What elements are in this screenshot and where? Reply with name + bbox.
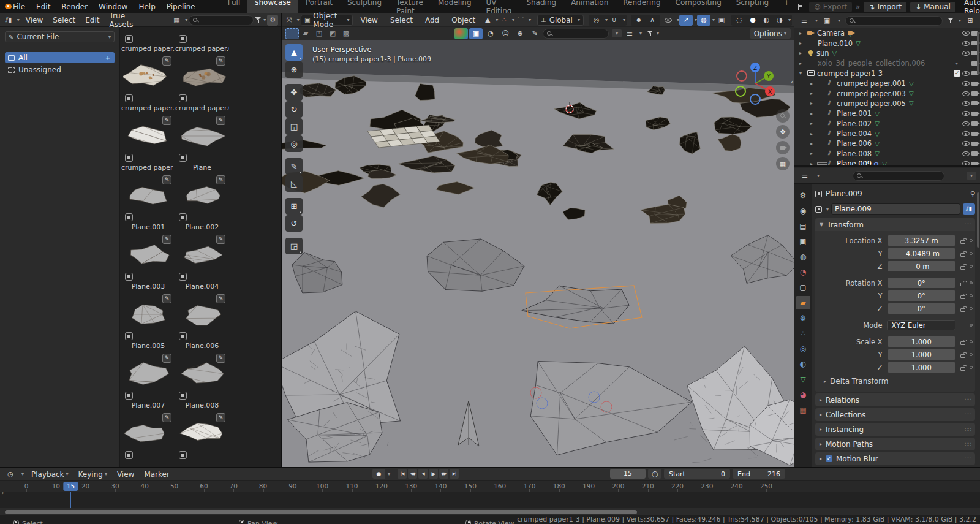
collapsed-panel[interactable]: ▸ ✓ Motion Paths ∷∷ [815,438,975,450]
snap-target-icon[interactable]: ◎ [590,15,603,26]
expander-icon[interactable]: ▸ [799,61,805,66]
transform-value-field[interactable]: 0° [888,303,956,314]
outliner-display-icon[interactable]: ▣ [820,15,834,26]
expander-icon[interactable]: ▸ [810,111,816,116]
asset-menu[interactable]: True Assets [105,14,138,26]
asset-item[interactable]: ✎ Plane.004 [175,230,229,289]
play-reverse-button[interactable]: ◀ [418,469,428,479]
end-frame-field[interactable]: End216 [733,469,785,479]
edit-asset-icon[interactable]: ✎ [216,235,225,244]
animate-dot-icon[interactable] [970,281,973,284]
timeline-track[interactable] [0,492,980,508]
orientation-dropdown[interactable]: ⊥ Global▾ [537,15,584,26]
asset-item[interactable]: ✎ Plane [175,111,229,170]
timeline-menu[interactable]: Playback ▾ [26,468,74,480]
viewport-menu[interactable]: Select [384,14,419,26]
hide-eye-icon[interactable] [962,131,970,136]
tab-world-icon[interactable] [796,265,810,279]
asset-badge-icon[interactable]: ⫽▮ [963,203,975,215]
transform-panel-header[interactable]: ▼Transform ∷∷ [815,218,975,231]
shading-material-icon[interactable]: ◐ [760,15,773,26]
asset-item[interactable]: ✎ Plane.006 [175,289,229,349]
person-filter-icon[interactable]: ☺ [499,28,512,39]
prev-keyframe-button[interactable]: ◀◆ [408,469,417,479]
filter-icon[interactable] [647,31,654,37]
properties-options-icon[interactable]: ▾ [967,172,976,180]
timeline-scrollbar[interactable] [5,510,637,514]
asset-item[interactable]: ✎ crumped paper.002 [175,27,229,51]
edit-asset-icon[interactable]: ✎ [216,175,225,184]
timeline-expand-icon[interactable]: › [2,490,4,496]
xray-toggle-icon[interactable]: ▣ [715,15,728,26]
asset-item[interactable]: ✎ Plane.001 [121,170,175,230]
lock-icon[interactable] [960,283,965,286]
tab-tool-icon[interactable] [796,189,810,202]
jump-to-end-button[interactable]: ▶| [450,469,459,479]
tree-display-icon[interactable]: ☰ [623,28,636,39]
render-visibility-icon[interactable] [971,82,978,86]
expander-icon[interactable]: ▸ [810,161,816,167]
tab-physics-icon[interactable] [796,342,810,355]
render-visibility-icon[interactable] [971,112,978,116]
select-mode-extend-icon[interactable]: ▰ [299,28,312,39]
hide-eye-icon[interactable] [962,151,970,156]
filter-selected-icon[interactable]: ▣ [469,28,483,39]
transform-value-field[interactable]: 0° [888,290,956,301]
outliner-row[interactable]: ▸ Plane.009 ⚙ ▽ ✓ ▾ [794,159,980,167]
current-frame-pill[interactable]: 15 [64,482,78,491]
editor-type-icon[interactable]: ◷ [4,469,17,480]
render-visibility-icon[interactable] [971,151,978,156]
asset-menu[interactable]: Edit [80,14,104,26]
hide-eye-icon[interactable] [962,111,970,116]
chevrons-icon[interactable]: » [856,2,860,11]
topbar-menu[interactable]: Render [56,1,93,13]
manual-button[interactable]: ↓Manual [910,2,956,12]
asset-menu[interactable]: View [21,14,48,26]
select-box-tool-button[interactable]: ▲ [285,44,303,61]
start-frame-field[interactable]: Start0 [664,469,730,479]
expander-icon[interactable]: ▸ [810,81,816,86]
edit-asset-icon[interactable]: ✎ [162,116,172,125]
edit-asset-icon[interactable]: ✎ [162,235,172,244]
import-button[interactable]: ↴Import [864,2,907,12]
collection-checkbox[interactable]: ✓ [954,70,960,77]
gizmos-toggle-icon[interactable]: ↗ [679,15,693,26]
tab-collection-icon[interactable] [796,281,810,294]
add-catalog-icon[interactable]: ＋ [104,53,111,63]
outliner-row[interactable]: ▸ crumped paper.003 ⚙ ▽ ✓ ▾ [794,88,980,98]
timeline-menu[interactable]: View ▾ [112,468,139,480]
scale-tool-button[interactable]: ◱ [285,118,303,135]
outliner-row[interactable]: ▾ crumped paper1-3 ⚙ ▽ ✓ ▾ [794,69,980,78]
asset-item[interactable]: ✎ Plane.003 [121,230,175,289]
hide-eye-icon[interactable] [962,161,970,166]
overlays-toggle-icon[interactable]: ◍ [697,15,710,26]
expander-icon[interactable]: ▸ [810,151,816,156]
tab-render-icon[interactable] [796,204,810,218]
hide-eye-icon[interactable] [962,121,970,126]
current-frame-field[interactable]: 15 [610,469,646,479]
transform-value-field[interactable]: -4.0489 m [888,248,956,259]
asset-grid[interactable]: ✎ crumped paper.001 ✎ crumped paper.002 [120,27,281,467]
animate-dot-icon[interactable] [970,294,973,297]
outliner-scrollbar[interactable] [977,32,979,75]
expander-icon[interactable]: ▸ [810,121,816,126]
expander-icon[interactable]: ▸ [799,50,805,56]
outliner-row[interactable]: ▸ Plane.002 ⚙ ▽ ✓ ▾ [794,119,980,129]
record-button[interactable]: ● [372,469,385,479]
lock-icon[interactable] [960,354,965,358]
outliner-row[interactable]: ▸ xoio_3d_people_collection.006 ⚙ ▽ ✓ ▾ [794,58,980,68]
asset-item[interactable]: ✎ Plane.002 [175,170,229,230]
material-preview-sphere-icon[interactable] [454,28,468,39]
timeline-menu[interactable]: Marker ▾ [139,468,174,480]
asset-source-select[interactable]: ✎ Current File ▾ [5,31,115,42]
asset-item[interactable]: ✎ crumped paper.001 [121,27,175,51]
sidebar-collapse-icon[interactable]: ‹ [791,78,793,85]
outliner-row[interactable]: ▸ sun ⚙ ▽ ✓ ▾ [794,48,980,58]
tab-view-layer-icon[interactable] [796,235,810,248]
collapsed-panel[interactable]: ▸ ✓ Relations ∷∷ [815,393,975,406]
timeline-menu[interactable]: Keying ▾ [74,468,112,480]
hide-eye-icon[interactable] [962,51,970,56]
editor-type-icon[interactable]: ⤧ [284,15,294,26]
transform-value-field[interactable]: 1.000 [888,349,956,360]
transform-tool-button[interactable]: ◎ [285,135,303,152]
